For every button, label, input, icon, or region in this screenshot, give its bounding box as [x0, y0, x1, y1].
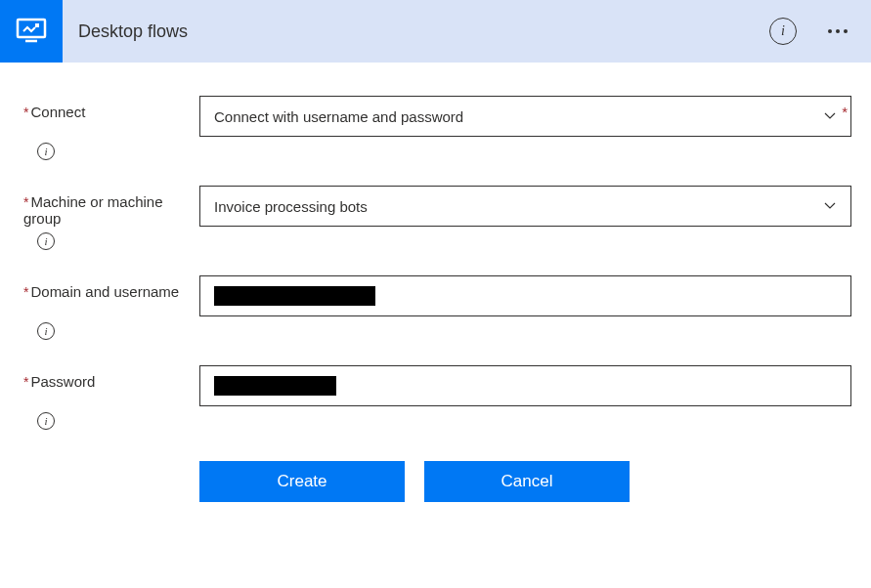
required-asterisk: *: [23, 105, 28, 120]
info-icon[interactable]: i: [37, 143, 55, 160]
password-label: *Password: [23, 365, 199, 390]
page-title: Desktop flows: [78, 21, 769, 42]
password-input[interactable]: [199, 365, 851, 406]
desktop-flows-icon: [0, 0, 63, 63]
svg-rect-0: [18, 20, 45, 37]
create-button[interactable]: Create: [199, 461, 405, 502]
more-menu-icon[interactable]: [820, 21, 855, 41]
domain-user-input[interactable]: [199, 275, 851, 316]
form: *Connect Connect with username and passw…: [0, 63, 871, 522]
header: Desktop flows i: [0, 0, 871, 63]
required-asterisk: *: [23, 374, 28, 390]
domain-user-value: [214, 286, 375, 306]
chevron-down-icon: [823, 109, 837, 123]
machine-select-value: Invoice processing bots: [214, 198, 368, 215]
connect-row: *Connect Connect with username and passw…: [23, 96, 851, 137]
connect-select[interactable]: Connect with username and password: [199, 96, 851, 137]
info-icon[interactable]: i: [37, 322, 55, 340]
domain-user-label: *Domain and username: [23, 275, 199, 300]
machine-label: *Machine or machine group: [23, 186, 199, 227]
info-icon[interactable]: i: [37, 412, 55, 430]
connect-label: *Connect: [23, 96, 199, 120]
info-icon[interactable]: i: [37, 232, 55, 250]
action-row: Create Cancel: [199, 461, 851, 502]
machine-row: *Machine or machine group Invoice proces…: [23, 186, 851, 227]
cancel-button[interactable]: Cancel: [424, 461, 630, 502]
machine-select[interactable]: Invoice processing bots: [199, 186, 851, 227]
domain-user-row: *Domain and username: [23, 275, 851, 316]
connect-select-value: Connect with username and password: [214, 108, 463, 125]
required-asterisk: *: [842, 104, 848, 120]
password-value: [214, 376, 336, 396]
required-asterisk: *: [23, 284, 28, 300]
required-asterisk: *: [23, 194, 28, 210]
chevron-down-icon: [823, 199, 837, 213]
info-icon[interactable]: i: [769, 18, 797, 45]
password-row: *Password: [23, 365, 851, 406]
svg-rect-2: [35, 23, 39, 27]
